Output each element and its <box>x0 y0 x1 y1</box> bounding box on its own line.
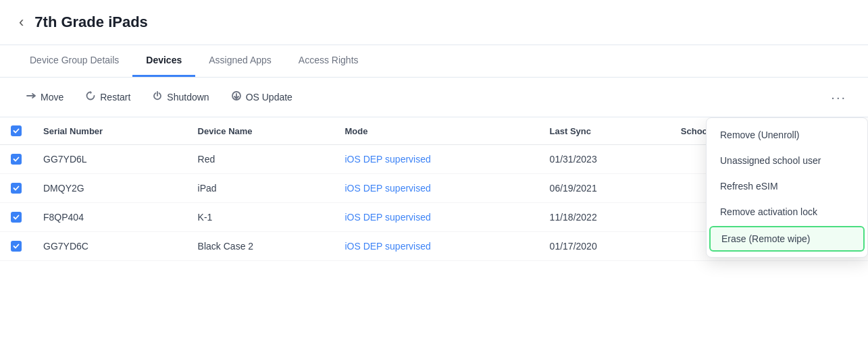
tab-assigned-apps[interactable]: Assigned Apps <box>195 45 285 77</box>
cell-sync: 06/19/2021 <box>539 174 670 203</box>
row-checkbox[interactable] <box>0 232 32 261</box>
cell-mode: iOS DEP supervised <box>334 232 538 261</box>
restart-icon <box>85 90 96 104</box>
os-update-icon <box>231 90 242 104</box>
os-update-button[interactable]: OS Update <box>222 86 302 109</box>
tabs-bar: Device Group Details Devices Assigned Ap… <box>0 45 868 78</box>
move-button[interactable]: Move <box>16 86 73 109</box>
cell-sync: 11/18/2022 <box>539 203 670 232</box>
shutdown-button[interactable]: Shutdown <box>143 86 218 109</box>
dropdown-item-remove-unenroll[interactable]: Remove (Unenroll) <box>707 122 867 148</box>
dropdown-item-unassigned-school-user[interactable]: Unassigned school user <box>707 148 867 173</box>
dropdown-item-erase-remote-wipe[interactable]: Erase (Remote wipe) <box>709 226 865 252</box>
back-icon: ‹ <box>19 13 24 31</box>
col-device-name: Device Name <box>187 117 334 145</box>
cell-serial: GG7YD6L <box>32 145 187 174</box>
dropdown-item-refresh-esim[interactable]: Refresh eSIM <box>707 173 867 199</box>
restart-button[interactable]: Restart <box>76 86 140 109</box>
more-options-button[interactable]: ··· <box>825 87 852 108</box>
col-mode: Mode <box>334 117 538 145</box>
cell-name: iPad <box>187 174 334 203</box>
page-title: 7th Grade iPads <box>34 13 148 31</box>
cell-mode: iOS DEP supervised <box>334 203 538 232</box>
cell-name: Black Case 2 <box>187 232 334 261</box>
tab-access-rights[interactable]: Access Rights <box>285 45 372 77</box>
cell-name: Red <box>187 145 334 174</box>
cell-sync: 01/31/2023 <box>539 145 670 174</box>
select-all-header[interactable] <box>0 117 32 145</box>
move-icon <box>26 90 36 104</box>
col-last-sync: Last Sync <box>539 117 670 145</box>
cell-serial: F8QP404 <box>32 203 187 232</box>
row-checkbox[interactable] <box>0 174 32 203</box>
row-checkbox[interactable] <box>0 145 32 174</box>
cell-name: K-1 <box>187 203 334 232</box>
cell-serial: GG7YD6C <box>32 232 187 261</box>
dropdown-item-remove-activation-lock[interactable]: Remove activation lock <box>707 199 867 225</box>
col-serial-number: Serial Number <box>32 117 187 145</box>
cell-sync: 01/17/2020 <box>539 232 670 261</box>
context-dropdown: Remove (Unenroll) Unassigned school user… <box>706 117 868 258</box>
cell-serial: DMQY2G <box>32 174 187 203</box>
back-button[interactable]: ‹ <box>16 11 26 34</box>
toolbar: Move Restart Shutdown <box>0 78 868 117</box>
row-checkbox[interactable] <box>0 203 32 232</box>
shutdown-icon <box>152 90 163 104</box>
tab-devices[interactable]: Devices <box>132 45 195 77</box>
cell-mode: iOS DEP supervised <box>334 174 538 203</box>
devices-table-container: Serial Number Device Name Mode Last Sync… <box>0 117 868 344</box>
tab-device-group-details[interactable]: Device Group Details <box>16 45 132 77</box>
cell-mode: iOS DEP supervised <box>334 145 538 174</box>
